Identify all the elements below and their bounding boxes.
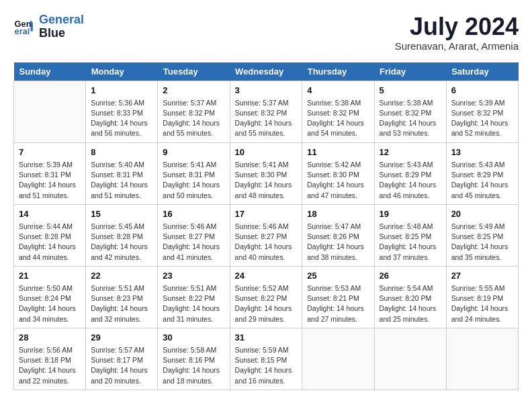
calendar-cell: 6Sunrise: 5:39 AM Sunset: 8:32 PM Daylig… <box>446 81 518 142</box>
day-info: Sunrise: 5:40 AM Sunset: 8:31 PM Dayligh… <box>91 160 152 201</box>
calendar-cell: 1Sunrise: 5:36 AM Sunset: 8:33 PM Daylig… <box>86 81 158 142</box>
header-saturday: Saturday <box>446 62 518 81</box>
day-number: 17 <box>235 208 298 220</box>
day-number: 23 <box>163 270 224 282</box>
calendar-cell: 13Sunrise: 5:43 AM Sunset: 8:29 PM Dayli… <box>446 142 518 204</box>
day-info: Sunrise: 5:53 AM Sunset: 8:21 PM Dayligh… <box>307 283 369 324</box>
day-info: Sunrise: 5:39 AM Sunset: 8:31 PM Dayligh… <box>19 160 81 201</box>
day-info: Sunrise: 5:37 AM Sunset: 8:32 PM Dayligh… <box>235 98 298 139</box>
day-info: Sunrise: 5:37 AM Sunset: 8:32 PM Dayligh… <box>163 98 224 139</box>
day-info: Sunrise: 5:56 AM Sunset: 8:18 PM Dayligh… <box>19 345 81 386</box>
day-info: Sunrise: 5:50 AM Sunset: 8:24 PM Dayligh… <box>19 283 81 324</box>
day-number: 5 <box>380 85 441 97</box>
day-number: 31 <box>235 332 298 344</box>
calendar-cell: 21Sunrise: 5:50 AM Sunset: 8:24 PM Dayli… <box>14 266 86 328</box>
day-number: 6 <box>451 85 513 97</box>
day-info: Sunrise: 5:41 AM Sunset: 8:30 PM Dayligh… <box>235 160 298 201</box>
header-sunday: Sunday <box>14 62 86 81</box>
day-number: 1 <box>91 85 152 97</box>
calendar-cell: 18Sunrise: 5:47 AM Sunset: 8:26 PM Dayli… <box>302 204 374 266</box>
calendar-week-2: 7Sunrise: 5:39 AM Sunset: 8:31 PM Daylig… <box>14 142 519 204</box>
day-number: 13 <box>451 146 513 158</box>
day-info: Sunrise: 5:48 AM Sunset: 8:25 PM Dayligh… <box>380 222 441 263</box>
day-number: 11 <box>307 146 369 158</box>
calendar-cell: 23Sunrise: 5:51 AM Sunset: 8:22 PM Dayli… <box>158 266 230 328</box>
day-info: Sunrise: 5:52 AM Sunset: 8:22 PM Dayligh… <box>235 283 298 324</box>
calendar-cell: 29Sunrise: 5:57 AM Sunset: 8:17 PM Dayli… <box>86 328 158 390</box>
calendar-cell: 11Sunrise: 5:42 AM Sunset: 8:30 PM Dayli… <box>302 142 374 204</box>
day-info: Sunrise: 5:36 AM Sunset: 8:33 PM Dayligh… <box>91 98 152 139</box>
day-number: 18 <box>307 208 369 220</box>
day-number: 24 <box>235 270 298 282</box>
month-title: July 2024 <box>395 13 519 40</box>
logo-icon: Gen eral <box>13 16 35 38</box>
day-number: 21 <box>19 270 81 282</box>
day-number: 3 <box>235 85 298 97</box>
calendar-cell: 2Sunrise: 5:37 AM Sunset: 8:32 PM Daylig… <box>158 81 230 142</box>
day-info: Sunrise: 5:45 AM Sunset: 8:28 PM Dayligh… <box>91 222 152 263</box>
logo-text: GeneralBlue <box>39 13 84 40</box>
page-header: Gen eral GeneralBlue July 2024 Surenavan… <box>13 13 519 52</box>
day-info: Sunrise: 5:51 AM Sunset: 8:23 PM Dayligh… <box>91 283 152 324</box>
calendar-cell: 24Sunrise: 5:52 AM Sunset: 8:22 PM Dayli… <box>230 266 302 328</box>
day-info: Sunrise: 5:47 AM Sunset: 8:26 PM Dayligh… <box>307 222 369 263</box>
calendar-cell: 14Sunrise: 5:44 AM Sunset: 8:28 PM Dayli… <box>14 204 86 266</box>
header-monday: Monday <box>86 62 158 81</box>
calendar-cell <box>374 328 446 390</box>
day-info: Sunrise: 5:54 AM Sunset: 8:20 PM Dayligh… <box>380 283 441 324</box>
calendar-cell: 17Sunrise: 5:46 AM Sunset: 8:27 PM Dayli… <box>230 204 302 266</box>
header-tuesday: Tuesday <box>158 62 230 81</box>
calendar-cell: 15Sunrise: 5:45 AM Sunset: 8:28 PM Dayli… <box>86 204 158 266</box>
calendar-cell: 9Sunrise: 5:41 AM Sunset: 8:31 PM Daylig… <box>158 142 230 204</box>
day-number: 25 <box>307 270 369 282</box>
day-info: Sunrise: 5:55 AM Sunset: 8:19 PM Dayligh… <box>451 283 513 324</box>
day-number: 22 <box>91 270 152 282</box>
day-info: Sunrise: 5:44 AM Sunset: 8:28 PM Dayligh… <box>19 222 81 263</box>
calendar-table: SundayMondayTuesdayWednesdayThursdayFrid… <box>13 62 519 390</box>
day-number: 2 <box>163 85 224 97</box>
day-number: 10 <box>235 146 298 158</box>
calendar-cell: 22Sunrise: 5:51 AM Sunset: 8:23 PM Dayli… <box>86 266 158 328</box>
svg-text:eral: eral <box>15 26 30 36</box>
day-number: 14 <box>19 208 81 220</box>
day-info: Sunrise: 5:49 AM Sunset: 8:25 PM Dayligh… <box>451 222 513 263</box>
calendar-cell: 4Sunrise: 5:38 AM Sunset: 8:32 PM Daylig… <box>302 81 374 142</box>
day-info: Sunrise: 5:38 AM Sunset: 8:32 PM Dayligh… <box>380 98 441 139</box>
title-block: July 2024 Surenavan, Ararat, Armenia <box>395 13 519 52</box>
header-thursday: Thursday <box>302 62 374 81</box>
day-number: 16 <box>163 208 224 220</box>
calendar-cell: 3Sunrise: 5:37 AM Sunset: 8:32 PM Daylig… <box>230 81 302 142</box>
day-number: 28 <box>19 332 81 344</box>
day-number: 30 <box>163 332 224 344</box>
logo: Gen eral GeneralBlue <box>13 13 84 40</box>
calendar-week-3: 14Sunrise: 5:44 AM Sunset: 8:28 PM Dayli… <box>14 204 519 266</box>
calendar-cell <box>302 328 374 390</box>
day-info: Sunrise: 5:39 AM Sunset: 8:32 PM Dayligh… <box>451 98 513 139</box>
day-number: 27 <box>451 270 513 282</box>
day-info: Sunrise: 5:59 AM Sunset: 8:15 PM Dayligh… <box>235 345 298 386</box>
day-info: Sunrise: 5:46 AM Sunset: 8:27 PM Dayligh… <box>235 222 298 263</box>
location: Surenavan, Ararat, Armenia <box>395 40 519 52</box>
calendar-week-1: 1Sunrise: 5:36 AM Sunset: 8:33 PM Daylig… <box>14 81 519 142</box>
calendar-cell: 26Sunrise: 5:54 AM Sunset: 8:20 PM Dayli… <box>374 266 446 328</box>
calendar-cell: 5Sunrise: 5:38 AM Sunset: 8:32 PM Daylig… <box>374 81 446 142</box>
day-info: Sunrise: 5:58 AM Sunset: 8:16 PM Dayligh… <box>163 345 224 386</box>
day-number: 29 <box>91 332 152 344</box>
calendar-cell <box>446 328 518 390</box>
calendar-week-4: 21Sunrise: 5:50 AM Sunset: 8:24 PM Dayli… <box>14 266 519 328</box>
day-info: Sunrise: 5:57 AM Sunset: 8:17 PM Dayligh… <box>91 345 152 386</box>
calendar-cell: 27Sunrise: 5:55 AM Sunset: 8:19 PM Dayli… <box>446 266 518 328</box>
calendar-cell: 30Sunrise: 5:58 AM Sunset: 8:16 PM Dayli… <box>158 328 230 390</box>
day-number: 15 <box>91 208 152 220</box>
calendar-cell: 8Sunrise: 5:40 AM Sunset: 8:31 PM Daylig… <box>86 142 158 204</box>
day-info: Sunrise: 5:46 AM Sunset: 8:27 PM Dayligh… <box>163 222 224 263</box>
calendar-cell: 25Sunrise: 5:53 AM Sunset: 8:21 PM Dayli… <box>302 266 374 328</box>
day-number: 19 <box>380 208 441 220</box>
day-info: Sunrise: 5:43 AM Sunset: 8:29 PM Dayligh… <box>451 160 513 201</box>
calendar-header-row: SundayMondayTuesdayWednesdayThursdayFrid… <box>14 62 519 81</box>
calendar-cell: 20Sunrise: 5:49 AM Sunset: 8:25 PM Dayli… <box>446 204 518 266</box>
day-info: Sunrise: 5:38 AM Sunset: 8:32 PM Dayligh… <box>307 98 369 139</box>
calendar-cell: 28Sunrise: 5:56 AM Sunset: 8:18 PM Dayli… <box>14 328 86 390</box>
calendar-cell: 10Sunrise: 5:41 AM Sunset: 8:30 PM Dayli… <box>230 142 302 204</box>
day-info: Sunrise: 5:42 AM Sunset: 8:30 PM Dayligh… <box>307 160 369 201</box>
